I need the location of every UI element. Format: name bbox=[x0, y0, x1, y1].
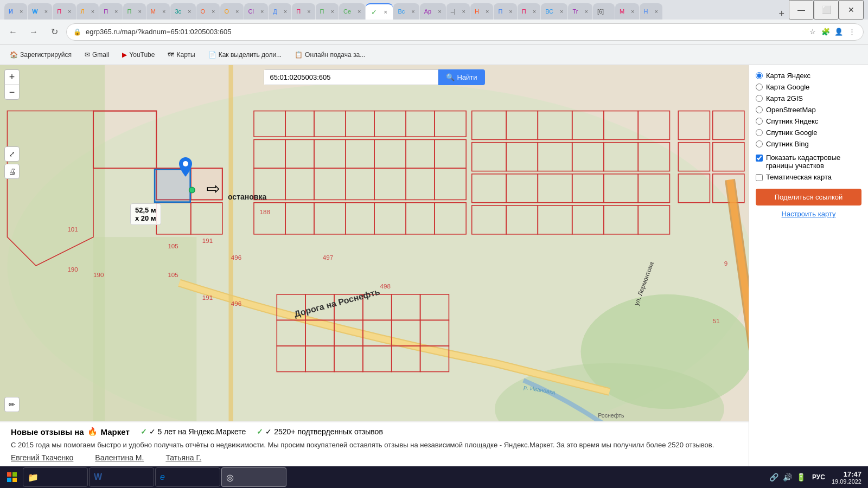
radio-karta-2gis-input[interactable] bbox=[756, 95, 763, 102]
tab-11[interactable]: Д × bbox=[269, 3, 291, 20]
volume-icon[interactable]: 🔊 bbox=[783, 473, 792, 481]
minimize-button[interactable]: — bbox=[789, 0, 814, 20]
tab-20[interactable]: П × bbox=[494, 3, 516, 20]
tab-close-19[interactable]: × bbox=[486, 8, 489, 15]
bookmark-gmail[interactable]: ✉ Gmail bbox=[81, 50, 112, 60]
tab-22[interactable]: ВС × bbox=[541, 3, 567, 20]
checkbox-cadastral-input[interactable] bbox=[756, 155, 763, 162]
checkbox-thematic-input[interactable] bbox=[756, 174, 763, 181]
tab-close-15[interactable]: × bbox=[384, 9, 387, 15]
radio-karta-yandex[interactable]: Карта Яндекс bbox=[756, 72, 861, 80]
tab-close-23[interactable]: × bbox=[584, 8, 588, 15]
tab-close-12[interactable]: × bbox=[307, 8, 310, 15]
taskbar-word[interactable]: W bbox=[89, 467, 154, 487]
radio-karta-2gis[interactable]: Карта 2GIS bbox=[756, 94, 861, 102]
zoom-in-button[interactable]: + bbox=[4, 69, 20, 85]
tab-close-11[interactable]: × bbox=[284, 8, 287, 15]
search-button[interactable]: 🔍 Найти bbox=[438, 69, 484, 85]
taskbar-edge[interactable]: e bbox=[155, 467, 220, 487]
draw-tool-button[interactable]: ✏ bbox=[4, 397, 20, 412]
tab-1[interactable]: W × bbox=[28, 3, 52, 20]
tab-close-4[interactable]: × bbox=[114, 8, 118, 15]
map-area[interactable]: 105 105 190 101 190 191 191 496 496 497 … bbox=[0, 65, 749, 466]
radio-sputnik-google[interactable]: Спутник Google bbox=[756, 129, 861, 137]
zoom-out-button[interactable]: − bbox=[4, 85, 20, 100]
address-bar[interactable]: 🔒 egrp365.ru/map/?kadnum=65:01:0205003:6… bbox=[66, 23, 864, 41]
new-tab-button[interactable]: + bbox=[774, 8, 789, 20]
tab-close-14[interactable]: × bbox=[358, 8, 361, 15]
radio-openstreetmap[interactable]: OpenStreetMap bbox=[756, 106, 861, 114]
checkbox-thematic[interactable]: Тематическая карта bbox=[756, 173, 861, 181]
bookmark-zaregistriruysya[interactable]: 🏠 Зарегистрируйся bbox=[7, 50, 75, 60]
tab-close-13[interactable]: × bbox=[331, 8, 334, 15]
maximize-button[interactable]: ⬜ bbox=[814, 0, 839, 20]
menu-icon[interactable]: ⋮ bbox=[847, 27, 857, 37]
tab-4[interactable]: П × bbox=[99, 3, 122, 20]
tab-7[interactable]: 3с × bbox=[170, 3, 195, 20]
fullscreen-button[interactable]: ⤢ bbox=[4, 146, 20, 162]
tab-close-0[interactable]: × bbox=[20, 8, 23, 15]
radio-karta-google[interactable]: Карта Google bbox=[756, 83, 861, 91]
bookmark-kak[interactable]: 📄 Как выделить доли... bbox=[205, 50, 285, 60]
tab-17[interactable]: Ар × bbox=[420, 3, 446, 20]
bookmark-star-icon[interactable]: ☆ bbox=[808, 27, 818, 37]
tab-close-17[interactable]: × bbox=[438, 8, 441, 15]
checkbox-cadastral[interactable]: Показать кадастровые границы участков bbox=[756, 153, 861, 170]
tab-12[interactable]: П × bbox=[292, 3, 315, 20]
tab-2[interactable]: П × bbox=[53, 3, 75, 20]
tab-13[interactable]: П × bbox=[316, 3, 339, 20]
tab-15-active[interactable]: ✓ × bbox=[366, 3, 393, 20]
tab-14[interactable]: Ce × bbox=[339, 3, 366, 20]
taskbar-explorer[interactable]: 📁 bbox=[23, 467, 88, 487]
forward-button[interactable]: → bbox=[25, 23, 42, 41]
customize-map-link[interactable]: Настроить карту bbox=[756, 210, 861, 218]
tab-close-22[interactable]: × bbox=[560, 8, 563, 15]
tab-25[interactable]: М × bbox=[615, 3, 639, 20]
bookmark-youtube[interactable]: ▶ YouTube bbox=[119, 50, 158, 60]
radio-sputnik-google-input[interactable] bbox=[756, 129, 763, 136]
radio-sputnik-bing[interactable]: Спутник Bing bbox=[756, 140, 861, 148]
tab-19[interactable]: Н × bbox=[470, 3, 493, 20]
close-button[interactable]: ✕ bbox=[839, 0, 864, 20]
bookmark-maps[interactable]: 🗺 Карты bbox=[164, 50, 198, 60]
tab-10[interactable]: Cl × bbox=[244, 3, 269, 20]
battery-icon[interactable]: 🔋 bbox=[796, 473, 806, 481]
location-pin[interactable] bbox=[179, 157, 192, 179]
radio-karta-yandex-input[interactable] bbox=[756, 72, 763, 79]
tab-18[interactable]: –| × bbox=[446, 3, 470, 20]
taskbar-chrome[interactable]: ◎ bbox=[221, 467, 286, 487]
tab-close-16[interactable]: × bbox=[411, 8, 414, 15]
start-button[interactable] bbox=[2, 467, 22, 487]
tab-close-7[interactable]: × bbox=[188, 8, 191, 15]
tab-close-1[interactable]: × bbox=[44, 8, 48, 15]
tab-close-5[interactable]: × bbox=[138, 8, 141, 15]
tab-close-21[interactable]: × bbox=[533, 8, 536, 15]
back-button[interactable]: ← bbox=[4, 23, 22, 41]
tab-23[interactable]: Tr × bbox=[568, 3, 592, 20]
tab-close-9[interactable]: × bbox=[235, 8, 239, 15]
tab-24[interactable]: [6] bbox=[593, 3, 615, 20]
tab-0[interactable]: И × bbox=[4, 3, 27, 20]
clock[interactable]: 17:47 19.09.2022 bbox=[832, 470, 861, 485]
tab-close-18[interactable]: × bbox=[462, 8, 465, 15]
extensions-icon[interactable]: 🧩 bbox=[821, 27, 831, 37]
tab-close-3[interactable]: × bbox=[91, 8, 94, 15]
tab-close-10[interactable]: × bbox=[260, 8, 264, 15]
network-icon[interactable]: 🔗 bbox=[769, 473, 778, 481]
share-link-button[interactable]: Поделиться ссылкой bbox=[756, 189, 861, 206]
radio-openstreetmap-input[interactable] bbox=[756, 106, 763, 113]
tab-close-8[interactable]: × bbox=[212, 8, 215, 15]
tab-9[interactable]: О × bbox=[220, 3, 244, 20]
tab-26[interactable]: Н × bbox=[640, 3, 662, 20]
tab-16[interactable]: Вс × bbox=[393, 3, 419, 20]
tab-close-20[interactable]: × bbox=[509, 8, 512, 15]
tab-close-25[interactable]: × bbox=[631, 8, 634, 15]
tab-3[interactable]: Л × bbox=[76, 3, 99, 20]
tab-21[interactable]: П × bbox=[518, 3, 540, 20]
tab-5[interactable]: П × bbox=[123, 3, 146, 20]
bookmark-online[interactable]: 📋 Онлайн подача за... bbox=[291, 50, 368, 60]
reload-button[interactable]: ↻ bbox=[46, 23, 63, 41]
tab-close-2[interactable]: × bbox=[68, 8, 71, 15]
kadnum-search-input[interactable] bbox=[264, 70, 438, 85]
radio-sputnik-yandex-input[interactable] bbox=[756, 118, 763, 125]
